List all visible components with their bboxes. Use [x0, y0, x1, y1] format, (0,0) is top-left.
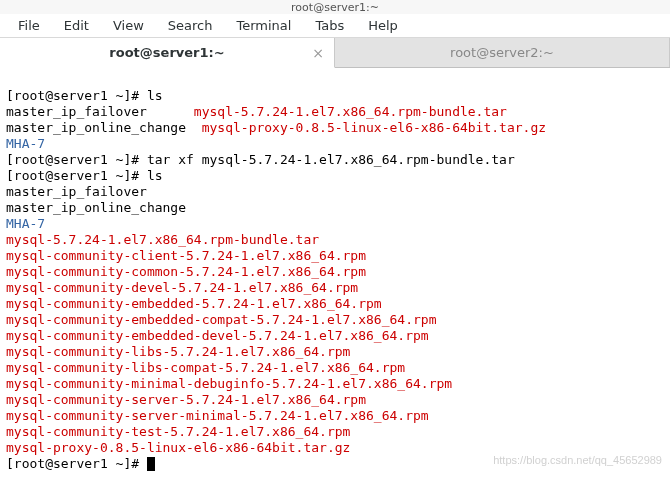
prompt: [root@server1 ~]# — [6, 152, 147, 167]
file-name: mysql-community-server-5.7.24-1.el7.x86_… — [6, 392, 366, 407]
file-name: mysql-community-minimal-debuginfo-5.7.24… — [6, 376, 452, 391]
tab-server1[interactable]: root@server1:~ × — [0, 38, 335, 68]
command: tar xf mysql-5.7.24-1.el7.x86_64.rpm-bun… — [147, 152, 515, 167]
file-name: mysql-community-test-5.7.24-1.el7.x86_64… — [6, 424, 350, 439]
menu-view[interactable]: View — [103, 15, 154, 36]
file-name: master_ip_failover — [6, 104, 147, 119]
file-name: mysql-community-embedded-devel-5.7.24-1.… — [6, 328, 429, 343]
file-name: mysql-community-server-minimal-5.7.24-1.… — [6, 408, 429, 423]
file-name: mysql-proxy-0.8.5-linux-el6-x86-64bit.ta… — [202, 120, 546, 135]
file-name: mysql-community-embedded-compat-5.7.24-1… — [6, 312, 436, 327]
prompt: [root@server1 ~]# — [6, 168, 147, 183]
file-name: mysql-5.7.24-1.el7.x86_64.rpm-bundle.tar — [194, 104, 507, 119]
file-name: mysql-community-devel-5.7.24-1.el7.x86_6… — [6, 280, 358, 295]
menu-help[interactable]: Help — [358, 15, 408, 36]
file-name: mysql-community-client-5.7.24-1.el7.x86_… — [6, 248, 366, 263]
tab-label: root@server2:~ — [450, 45, 554, 60]
tab-bar: root@server1:~ × root@server2:~ — [0, 38, 670, 68]
file-name: mysql-proxy-0.8.5-linux-el6-x86-64bit.ta… — [6, 440, 350, 455]
file-name: master_ip_failover — [6, 184, 147, 199]
close-icon[interactable]: × — [312, 45, 324, 61]
menu-edit[interactable]: Edit — [54, 15, 99, 36]
menu-search[interactable]: Search — [158, 15, 223, 36]
file-name: mysql-community-libs-5.7.24-1.el7.x86_64… — [6, 344, 350, 359]
dir-name: MHA-7 — [6, 216, 45, 231]
watermark: https://blog.csdn.net/qq_45652989 — [493, 452, 662, 468]
prompt: [root@server1 ~]# — [6, 88, 147, 103]
command: ls — [147, 88, 163, 103]
menu-file[interactable]: File — [8, 15, 50, 36]
dir-name: MHA-7 — [6, 136, 45, 151]
cursor-icon — [147, 457, 155, 471]
menu-terminal[interactable]: Terminal — [226, 15, 301, 36]
prompt: [root@server1 ~]# — [6, 456, 147, 471]
file-name: master_ip_online_change — [6, 120, 186, 135]
window-title: root@server1:~ — [291, 1, 379, 14]
file-name: mysql-community-libs-compat-5.7.24-1.el7… — [6, 360, 405, 375]
file-name: mysql-community-common-5.7.24-1.el7.x86_… — [6, 264, 366, 279]
window-title-bar: root@server1:~ — [0, 0, 670, 14]
command: ls — [147, 168, 163, 183]
file-name: mysql-5.7.24-1.el7.x86_64.rpm-bundle.tar — [6, 232, 319, 247]
menu-tabs[interactable]: Tabs — [305, 15, 354, 36]
file-name: master_ip_online_change — [6, 200, 186, 215]
menu-bar: File Edit View Search Terminal Tabs Help — [0, 14, 670, 38]
file-name: mysql-community-embedded-5.7.24-1.el7.x8… — [6, 296, 382, 311]
terminal-output[interactable]: [root@server1 ~]# ls master_ip_failover … — [0, 68, 670, 492]
tab-server2[interactable]: root@server2:~ — [335, 38, 670, 67]
tab-label: root@server1:~ — [109, 45, 224, 60]
